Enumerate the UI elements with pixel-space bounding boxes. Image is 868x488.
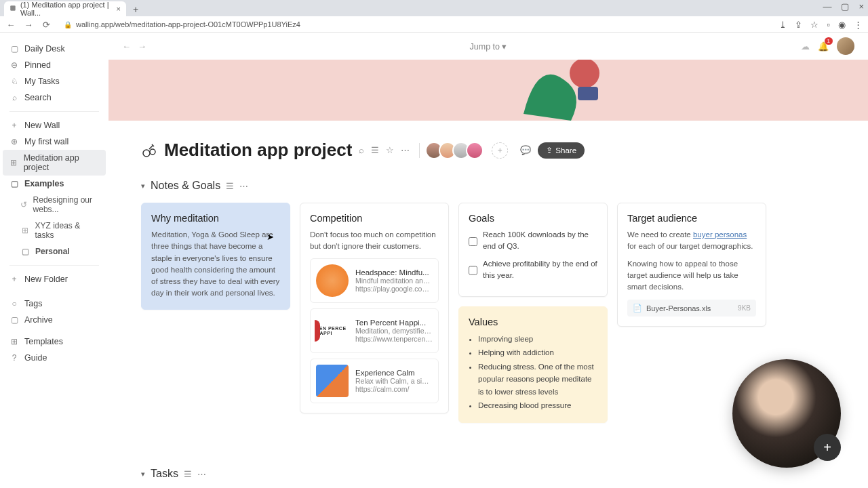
svg-rect-0 xyxy=(10,5,15,10)
forward-icon[interactable]: → xyxy=(23,20,34,30)
page-title[interactable]: Meditation app project xyxy=(164,140,352,161)
sidebar-daily-desk[interactable]: ▢Daily Desk xyxy=(0,41,108,57)
cloud-sync-icon[interactable]: ☁ xyxy=(801,41,810,52)
share-browser-icon[interactable]: ⇪ xyxy=(795,20,802,30)
sidebar-archive[interactable]: ▢Archive xyxy=(0,312,108,328)
star-icon[interactable]: ☆ xyxy=(810,20,818,30)
pin-icon: ⊖ xyxy=(9,60,19,70)
close-window-icon[interactable]: × xyxy=(859,1,864,12)
section-more-icon[interactable]: ⋯ xyxy=(239,181,248,191)
favicon-icon xyxy=(9,5,16,13)
link-thumb-icon xyxy=(316,365,349,397)
reload-icon[interactable]: ⟳ xyxy=(41,20,52,30)
goal-checkbox[interactable] xyxy=(469,260,477,282)
add-fab-button[interactable]: + xyxy=(814,434,841,461)
url-input[interactable]: 🔒 walling.app/web/meditation-app-project… xyxy=(58,18,772,31)
comments-icon[interactable]: 💬 xyxy=(520,145,531,155)
svg-point-4 xyxy=(150,149,155,155)
sidebar-xyz-ideas[interactable]: ⊞XYZ ideas & tasks xyxy=(0,218,108,243)
link-headspace[interactable]: Headspace: Mindfu... Mindful meditation … xyxy=(310,258,439,303)
user-avatar[interactable] xyxy=(837,37,854,55)
archive-icon: ▢ xyxy=(9,315,19,325)
add-collaborator-button[interactable]: + xyxy=(492,142,508,159)
search-page-icon[interactable]: ⌕ xyxy=(359,145,364,155)
link-url: https://play.google.com/... xyxy=(355,285,433,293)
nav-forward-icon[interactable]: → xyxy=(138,41,146,52)
card-values[interactable]: Values Improving sleep Helping with addi… xyxy=(458,306,608,423)
sidebar-templates[interactable]: ⊞Templates xyxy=(0,333,108,350)
nav-back-icon[interactable]: ← xyxy=(122,41,131,52)
sidebar-meditation-project[interactable]: ⊞Meditation app project xyxy=(3,150,106,176)
sidebar-pinned[interactable]: ⊖Pinned xyxy=(0,57,108,73)
notification-badge: 1 xyxy=(825,37,833,45)
filter-icon[interactable]: ☰ xyxy=(371,145,379,155)
share-button[interactable]: ⇪Share xyxy=(538,142,585,159)
value-item: Decreasing blood pressure xyxy=(478,399,597,411)
card-why-meditation[interactable]: Why meditation Meditation, Yoga & Good S… xyxy=(141,203,290,310)
sidebar-my-first-wall[interactable]: ⊕My first wall xyxy=(0,134,108,150)
link-tenpercent[interactable]: TEN PERCE HAPPI Ten Percent Happi... Med… xyxy=(310,308,439,353)
section-more-icon[interactable]: ⋯ xyxy=(197,469,206,479)
redesign-icon: ↺ xyxy=(20,200,28,209)
sidebar-my-tasks[interactable]: ♘My Tasks xyxy=(0,73,108,89)
avatar[interactable] xyxy=(466,142,484,159)
section-filter-icon[interactable]: ☰ xyxy=(184,469,192,479)
link-desc: Mindful meditation and r... xyxy=(355,277,433,285)
folder-icon: ▢ xyxy=(9,179,19,188)
new-tab-button[interactable]: + xyxy=(129,3,142,16)
file-attachment[interactable]: 📄 Buyer-Personas.xls 9KB xyxy=(627,300,756,317)
minimize-icon[interactable]: — xyxy=(823,1,831,12)
card-title: Values xyxy=(469,317,597,327)
panel-icon[interactable]: ▫ xyxy=(827,20,830,30)
sidebar-new-folder[interactable]: +New Folder xyxy=(0,271,108,287)
sidebar-guide[interactable]: ?Guide xyxy=(0,350,108,366)
section-notes-goals-header[interactable]: ▾ Notes & Goals ☰ ⋯ xyxy=(108,167,868,197)
favorite-icon[interactable]: ☆ xyxy=(386,145,394,155)
install-icon[interactable]: ⤓ xyxy=(779,20,787,30)
sidebar-new-wall[interactable]: +New Wall xyxy=(0,117,108,134)
sidebar-examples[interactable]: ▢Examples xyxy=(0,176,108,192)
sidebar-search[interactable]: ⌕Search xyxy=(0,89,108,106)
page-icon[interactable] xyxy=(141,142,157,159)
page-header: Meditation app project ⌕ ☰ ☆ ⋯ + 💬 ⇪Shar… xyxy=(108,121,868,167)
templates-icon: ⊞ xyxy=(9,337,19,346)
section-filter-icon[interactable]: ☰ xyxy=(226,181,234,191)
sidebar-redesigning[interactable]: ↺Redesigning our webs... xyxy=(0,192,108,218)
goal-item[interactable]: Achieve profitability by the end of this… xyxy=(469,258,597,282)
plus-icon: + xyxy=(9,274,19,284)
goal-item[interactable]: Reach 100K downloads by the end of Q3. xyxy=(469,229,597,253)
tags-icon: ○ xyxy=(9,299,19,308)
jump-to-button[interactable]: Jump to ▾ xyxy=(470,41,507,52)
collaborator-avatars[interactable] xyxy=(429,142,484,159)
card-goals[interactable]: Goals Reach 100K downloads by the end of… xyxy=(458,203,608,297)
ideas-icon: ⊞ xyxy=(20,226,30,235)
maximize-icon[interactable]: ▢ xyxy=(841,1,849,12)
section-title: Tasks xyxy=(151,468,178,480)
card-competition[interactable]: Competition Don't focus too much on comp… xyxy=(300,203,449,413)
svg-point-3 xyxy=(143,150,150,157)
card-target-audience[interactable]: Target audience We need to create buyer … xyxy=(617,203,766,327)
sidebar-tags[interactable]: ○Tags xyxy=(0,296,108,312)
card-title: Competition xyxy=(310,213,439,224)
more-icon[interactable]: ⋯ xyxy=(401,145,410,155)
chevron-down-icon: ▾ xyxy=(141,182,145,190)
profile-icon[interactable]: ◉ xyxy=(838,20,846,30)
menu-icon[interactable]: ⋮ xyxy=(854,20,863,30)
back-icon[interactable]: ← xyxy=(5,20,16,30)
goal-checkbox[interactable] xyxy=(469,230,477,253)
notifications-icon[interactable]: 🔔1 xyxy=(818,41,829,52)
banner-illustration xyxy=(503,60,639,121)
card-title: Goals xyxy=(469,213,597,224)
section-tasks-header[interactable]: ▾ Tasks ☰ ⋯ xyxy=(108,455,868,485)
wall-icon: ⊕ xyxy=(9,137,19,146)
tab-close-icon[interactable]: × xyxy=(117,5,121,13)
link-calm[interactable]: Experience Calm Relax with Calm, a simpl… xyxy=(310,359,439,403)
browser-tab[interactable]: (1) Meditation app project | Wall... × xyxy=(4,1,126,16)
svg-point-1 xyxy=(570,60,599,88)
chevron-down-icon: ▾ xyxy=(141,470,145,479)
sidebar-personal[interactable]: ▢Personal xyxy=(0,243,108,260)
cover-banner[interactable] xyxy=(108,60,868,121)
card-body: Meditation, Yoga & Good Sleep are three … xyxy=(151,229,280,300)
browser-chrome: (1) Meditation app project | Wall... × +… xyxy=(0,0,868,33)
buyer-personas-link[interactable]: buyer personas xyxy=(693,230,747,239)
